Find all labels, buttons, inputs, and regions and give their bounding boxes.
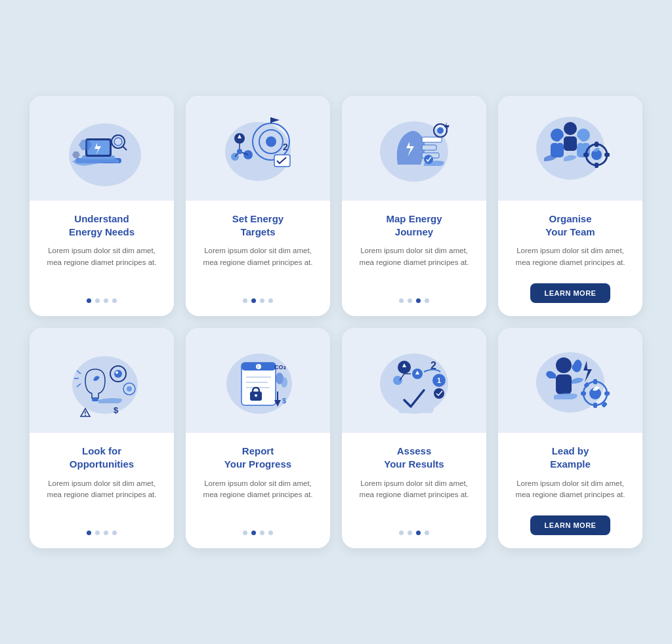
svg-rect-101: [593, 403, 597, 408]
card-lead-by-example: Lead byExample Lorem ipsum dolor sit dim…: [498, 328, 642, 548]
card-title: Set EnergyTargets: [232, 212, 284, 239]
card-assess-your-results: 2 1 AssessYour Results Lorem ipsum dolor…: [342, 328, 486, 548]
card-body: Lorem ipsum dolor sit dim amet, mea regi…: [198, 245, 318, 269]
card-title: Map EnergyJourney: [386, 212, 442, 239]
dot-4: [268, 298, 273, 303]
svg-rect-102: [581, 392, 586, 395]
illustration-understand: [30, 96, 174, 201]
illustration-lead: [498, 328, 642, 433]
dot-4: [112, 531, 117, 535]
card-body: Lorem ipsum dolor sit dim amet, mea regi…: [41, 478, 162, 502]
card-body: Lorem ipsum dolor sit dim amet, mea regi…: [354, 245, 474, 269]
card-dots: [399, 293, 429, 303]
svg-point-77: [281, 377, 287, 388]
svg-rect-48: [604, 153, 610, 157]
dot-4: [112, 298, 117, 303]
svg-point-86: [393, 376, 402, 385]
svg-rect-100: [593, 379, 597, 384]
card-title: Lead byExample: [550, 445, 591, 472]
card-title: Look forOpportunities: [70, 445, 134, 472]
svg-rect-103: [604, 392, 610, 395]
svg-rect-96: [556, 374, 572, 394]
svg-point-60: [127, 386, 132, 392]
card-body: Lorem ipsum dolor sit dim amet, mea regi…: [510, 478, 631, 502]
svg-text:CO₂: CO₂: [274, 364, 286, 371]
card-body: Lorem ipsum dolor sit dim amet, mea regi…: [41, 245, 162, 269]
card-dots: [399, 525, 429, 535]
learn-more-button[interactable]: LEARN MORE: [530, 283, 611, 303]
svg-text:2: 2: [283, 142, 288, 152]
card-body: Lorem ipsum dolor sit dim amet, mea regi…: [354, 478, 474, 502]
card-body: Lorem ipsum dolor sit dim amet, mea regi…: [198, 478, 318, 502]
svg-point-11: [225, 122, 291, 181]
card-dots: [87, 293, 117, 303]
svg-point-33: [437, 127, 444, 134]
svg-point-54: [114, 370, 122, 378]
dot-3: [260, 298, 264, 303]
card-grid: UnderstandEnergy Needs Lorem ipsum dolor…: [30, 96, 642, 548]
dot-1: [87, 531, 91, 535]
svg-point-14: [266, 136, 276, 147]
svg-rect-30: [422, 145, 436, 150]
card-understand-energy-needs: UnderstandEnergy Needs Lorem ipsum dolor…: [30, 96, 174, 316]
learn-more-button[interactable]: LEARN MORE: [530, 515, 611, 535]
dot-2: [251, 298, 256, 303]
dot-3: [104, 298, 108, 303]
dot-4: [425, 298, 429, 303]
illustration-journey: [342, 96, 486, 201]
svg-point-55: [116, 371, 118, 374]
svg-rect-47: [583, 153, 589, 157]
dot-3: [260, 531, 264, 535]
dot-1: [243, 531, 247, 535]
illustration-progress: i CO₂ $: [186, 328, 330, 433]
dot-1: [399, 531, 404, 535]
dot-3: [416, 298, 421, 303]
card-map-energy-journey: Map EnergyJourney Lorem ipsum dolor sit …: [342, 96, 486, 316]
dot-1: [87, 298, 91, 303]
dot-2: [95, 298, 100, 303]
dot-2: [251, 531, 256, 535]
dot-2: [408, 298, 412, 303]
svg-point-35: [424, 155, 433, 164]
svg-point-68: [256, 364, 261, 369]
card-title: OrganiseYour Team: [545, 212, 595, 239]
card-dots: [243, 525, 273, 535]
svg-marker-16: [271, 117, 280, 123]
card-title: UnderstandEnergy Needs: [69, 212, 135, 239]
card-dots: [243, 293, 273, 303]
svg-text:$: $: [282, 397, 286, 405]
card-dots: [87, 525, 117, 535]
card-body: Lorem ipsum dolor sit dim amet, mea regi…: [510, 245, 631, 269]
svg-rect-46: [595, 163, 598, 168]
svg-rect-42: [564, 136, 577, 151]
svg-text:$: $: [114, 405, 119, 415]
dot-4: [425, 531, 429, 535]
svg-point-58: [85, 414, 86, 416]
illustration-team: [498, 96, 642, 201]
svg-point-93: [434, 388, 444, 399]
svg-rect-52: [92, 398, 98, 401]
card-title: AssessYour Results: [384, 445, 444, 472]
illustration-results: 2 1: [342, 328, 486, 433]
card-report-your-progress: i CO₂ $ ReportYour Progr: [186, 328, 330, 548]
dot-4: [268, 531, 273, 535]
illustration-targets: 2: [186, 96, 330, 201]
dot-2: [95, 531, 100, 535]
svg-point-95: [556, 357, 572, 373]
svg-text:1: 1: [437, 376, 441, 384]
svg-point-74: [255, 394, 257, 397]
card-organise-your-team: OrganiseYour Team Lorem ipsum dolor sit …: [498, 96, 642, 316]
svg-rect-45: [595, 142, 598, 147]
dot-3: [416, 531, 421, 535]
card-title: ReportYour Progress: [224, 445, 291, 472]
dot-1: [243, 298, 247, 303]
card-set-energy-targets: 2 Set EnergyTargets Lorem ipsum dolor si…: [186, 96, 330, 316]
svg-point-24: [237, 149, 242, 154]
dot-1: [399, 298, 404, 303]
dot-2: [408, 531, 412, 535]
svg-point-41: [564, 122, 577, 135]
dot-3: [104, 531, 108, 535]
svg-rect-29: [422, 137, 442, 142]
illustration-opportunities: $: [30, 328, 174, 433]
card-look-for-opportunities: $ Look forOpportunities Lorem ipsum dolo…: [30, 328, 174, 548]
